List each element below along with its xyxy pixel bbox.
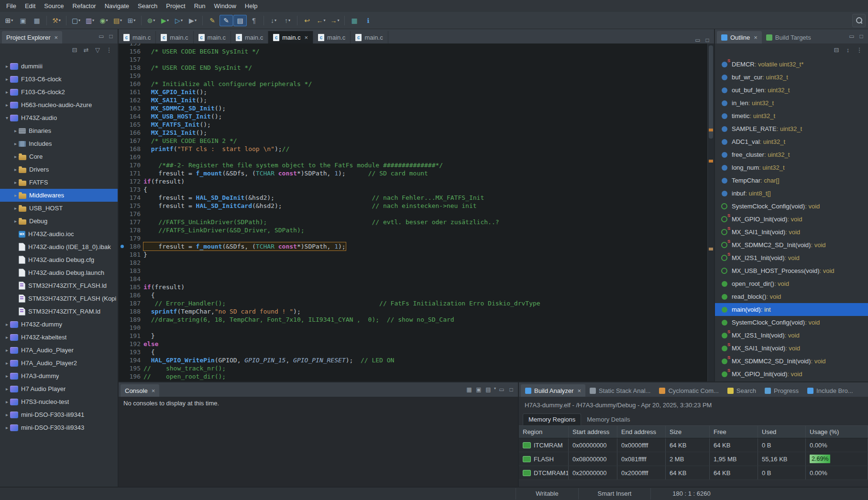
tree-item-fatfs[interactable]: ▸FATFS (0, 176, 118, 189)
editor-tab-7-main-c[interactable]: cmain.c (351, 31, 388, 43)
outline-item-mx-i2s1-init-void[interactable]: SMX_I2S1_Init(void) : void (715, 251, 868, 264)
code-line-180[interactable]: 180 fresult = f_mount(&SDfs, (TCHAR cons… (119, 242, 714, 250)
view-menu-icon[interactable]: ⋮ (105, 46, 113, 54)
line-number[interactable]: 181 (125, 250, 141, 259)
tree-item-binaries[interactable]: ▸Binaries (0, 124, 118, 137)
outline-item-main-void[interactable]: main(void) : int (715, 303, 868, 316)
maximize-icon[interactable]: □ (703, 37, 711, 43)
close-icon[interactable]: × (152, 387, 155, 394)
code-line-157[interactable]: 157 (119, 55, 714, 64)
table-row-dtcmram1[interactable]: DTCMRAM10x200000000x2000ffff64 KB64 KB0 … (519, 466, 868, 480)
tree-item-dummiii[interactable]: ▸dummiii (0, 60, 118, 73)
menu-source[interactable]: Source (40, 0, 68, 12)
new-header-file-button[interactable]: ▥▾ (83, 15, 97, 26)
outline-item-sample-rate[interactable]: SAMPLE_RATE : uint32_t (715, 122, 868, 135)
next-annotation-button[interactable]: ↓▾ (267, 15, 280, 26)
code-line-175[interactable]: 175 fresult = HAL_SD_InitCard(&hsd2); //… (119, 202, 714, 210)
outline-item-read-block[interactable]: read_block() : void (715, 290, 868, 303)
minimize-icon[interactable]: ▭ (498, 386, 505, 393)
editor-tab-5-main-c[interactable]: cmain.c× (268, 31, 313, 43)
tab-outline[interactable]: Outline× (717, 31, 762, 43)
code-line-182[interactable]: 182 (119, 259, 714, 267)
outline-item-mx-usb-host-process-void[interactable]: MX_USB_HOST_Process(void) : void (715, 264, 868, 277)
view-menu-icon[interactable]: ⋮ (856, 46, 863, 54)
maximize-icon[interactable]: □ (857, 33, 865, 40)
line-number[interactable]: 167 (125, 137, 141, 145)
line-number[interactable]: 162 (125, 96, 141, 104)
tab-console[interactable]: Console × (121, 384, 159, 397)
menu-refactor[interactable]: Refactor (68, 0, 100, 12)
code-line-169[interactable]: 169 (119, 153, 714, 161)
open-console-icon[interactable]: ▤ (484, 386, 492, 393)
line-number[interactable]: 190 (125, 324, 141, 332)
code-line-155[interactable]: 155 (119, 43, 714, 47)
line-number[interactable]: 164 (125, 112, 141, 120)
tree-item-mini-dso-f303-ili9341[interactable]: ▸mini-DSO-F303-ili9341 (0, 408, 118, 421)
outline-item-demcr[interactable]: SDEMCR : volatile uint32_t* (715, 58, 868, 71)
outline-item-mx-gpio-init-void[interactable]: SMX_GPIO_Init(void) : void (715, 368, 868, 380)
line-number[interactable]: 182 (125, 259, 141, 267)
last-edit-location-button[interactable]: ↩ (300, 15, 314, 26)
code-line-167[interactable]: 167 /* USER CODE BEGIN 2 */ (119, 137, 714, 145)
line-number[interactable]: 188 (125, 307, 141, 315)
close-icon[interactable]: × (577, 387, 581, 394)
editor-tab-3-main-c[interactable]: cmain.c (194, 31, 231, 43)
tree-item-stm32h743zitx-flash-kopi[interactable]: STM32H743ZITX_FLASH (Kopi (0, 292, 118, 305)
code-line-179[interactable]: 179 (119, 234, 714, 242)
menu-file[interactable]: File (2, 0, 21, 12)
code-line-189[interactable]: 189 //draw_string(6, 18, TempChar, Font_… (119, 315, 714, 324)
save-all-button[interactable]: ▦ (30, 15, 44, 26)
code-line-191[interactable]: 191 } (119, 332, 714, 340)
line-number[interactable]: 175 (125, 202, 141, 210)
code-line-190[interactable]: 190 (119, 324, 714, 332)
outline-item-mx-i2s1-init-void[interactable]: SMX_I2S1_Init(void) : void (715, 329, 868, 342)
code-line-176[interactable]: 176 (119, 210, 714, 218)
code-line-183[interactable]: 183 (119, 267, 714, 275)
search-button[interactable] (852, 14, 866, 27)
chevron-right-icon[interactable]: ▸ (4, 348, 10, 353)
code-line-171[interactable]: 171 fresult = f_mount(&SDfs, (TCHAR cons… (119, 169, 714, 177)
line-number[interactable]: 169 (125, 153, 141, 161)
annotation-mark[interactable] (709, 248, 713, 250)
minimize-icon[interactable]: ▭ (98, 33, 105, 40)
tab-build-targets[interactable]: Build Targets (762, 31, 815, 43)
menu-project[interactable]: Project (162, 0, 189, 12)
line-number[interactable]: 193 (125, 348, 141, 356)
menu-help[interactable]: Help (241, 0, 262, 12)
tree-item-h743z-audio-debug-launch[interactable]: H743Z-audio Debug.launch (0, 266, 118, 279)
line-number[interactable]: 186 (125, 291, 141, 299)
line-number[interactable]: 196 (125, 372, 141, 380)
editor-tab-1-main-c[interactable]: cmain.c (119, 31, 156, 43)
collapse-all-icon[interactable]: ⊟ (71, 46, 78, 54)
line-number[interactable]: 187 (125, 299, 141, 307)
line-number[interactable]: 166 (125, 129, 141, 137)
tree-item-debug[interactable]: ▸Debug (0, 215, 118, 228)
code-line-192[interactable]: 192else (119, 340, 714, 348)
chevron-right-icon[interactable]: ▸ (4, 335, 10, 340)
save-button[interactable]: ▣ (16, 15, 30, 26)
debug-button[interactable]: ⊚▾ (144, 15, 158, 26)
line-number[interactable]: 174 (125, 194, 141, 202)
menu-navigate[interactable]: Navigate (100, 0, 133, 12)
chevron-right-icon[interactable]: ▸ (12, 141, 19, 146)
outline-item-tempchar[interactable]: TempChar : char[] (715, 174, 868, 187)
tree-item-h7a3-dummy[interactable]: ▸H7A3-dummy (0, 370, 118, 382)
line-number[interactable]: 194 (125, 356, 141, 364)
line-number[interactable]: 163 (125, 104, 141, 112)
code-line-158[interactable]: 158 /* USER CODE END SysInit */ (119, 64, 714, 72)
chevron-right-icon[interactable]: ▸ (12, 180, 19, 185)
tree-item-h7a-audio-player[interactable]: ▸H7A_Audio_Player (0, 344, 118, 357)
maximize-icon[interactable]: □ (507, 386, 515, 393)
tab-progress[interactable]: Progress (760, 384, 803, 397)
chevron-right-icon[interactable]: ▸ (12, 193, 19, 198)
code-line-187[interactable]: 187 // Error_Handler(); // FatFs Initial… (119, 299, 714, 307)
line-number[interactable]: 159 (125, 72, 141, 80)
code-area[interactable]: 155156 /* USER CODE BEGIN SysInit */1571… (119, 43, 714, 380)
outline-item-mx-sai1-init-void[interactable]: SMX_SAI1_Init(void) : void (715, 342, 868, 355)
line-number[interactable]: 185 (125, 283, 141, 291)
new-source-folder-button[interactable]: ▤▾ (111, 15, 124, 26)
line-number[interactable]: 158 (125, 64, 141, 72)
outline-item-timetic[interactable]: timetic : uint32_t (715, 109, 868, 122)
line-number[interactable]: 192 (125, 340, 141, 348)
line-number[interactable]: 184 (125, 275, 141, 283)
